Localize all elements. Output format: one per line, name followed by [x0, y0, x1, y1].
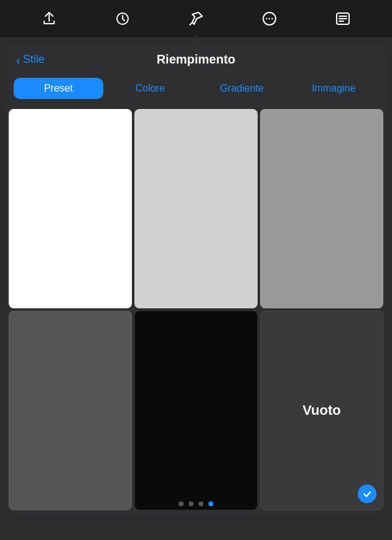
format-icon[interactable]: [332, 8, 353, 29]
fill-panel: ‹ Stile Riempimento Preset Colore Gradie…: [6, 42, 386, 515]
tab-preset[interactable]: Preset: [14, 78, 103, 99]
panel-title: Riempimento: [157, 52, 236, 67]
tab-immagine[interactable]: Immagine: [289, 78, 379, 99]
dot-1: [179, 501, 184, 506]
dot-4: [208, 501, 213, 506]
tab-gradiente[interactable]: Gradiente: [197, 78, 287, 99]
color-swatch-light-gray[interactable]: [134, 109, 258, 308]
back-label: Stile: [23, 53, 45, 66]
pin-icon[interactable]: [185, 8, 207, 29]
tab-colore[interactable]: Colore: [106, 78, 195, 99]
color-grid: Vuoto: [6, 107, 386, 515]
undo-icon[interactable]: [112, 8, 133, 29]
color-swatch-dark-gray[interactable]: [9, 311, 132, 510]
color-swatch-white[interactable]: [9, 109, 132, 308]
vuoto-label: Vuoto: [302, 402, 341, 419]
share-icon[interactable]: [39, 8, 60, 29]
top-toolbar: [0, 0, 392, 37]
svg-point-2: [266, 18, 267, 19]
panel-arrow: [187, 35, 205, 45]
page-dots: [6, 496, 386, 515]
back-chevron-icon: ‹: [16, 54, 21, 66]
tab-bar: Preset Colore Gradiente Immagine: [6, 73, 386, 107]
dot-3: [198, 501, 203, 506]
color-swatch-black[interactable]: [134, 311, 258, 510]
back-button[interactable]: ‹ Stile: [16, 53, 45, 66]
svg-point-4: [271, 18, 273, 19]
color-swatch-medium-gray[interactable]: [260, 109, 383, 308]
dot-2: [189, 501, 194, 506]
color-swatch-vuoto[interactable]: Vuoto: [260, 311, 383, 510]
svg-point-3: [269, 18, 270, 19]
panel-header: ‹ Stile Riempimento: [6, 42, 386, 73]
more-icon[interactable]: [259, 8, 280, 29]
